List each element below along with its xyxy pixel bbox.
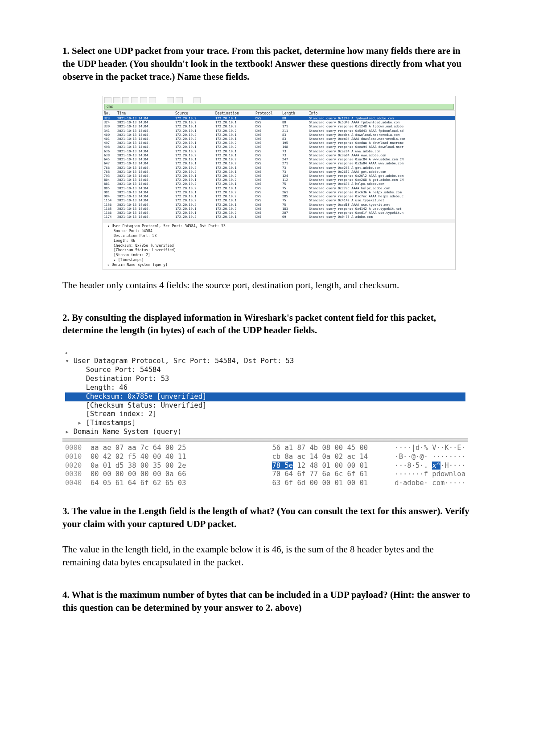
packet-details-pane[interactable]: ▾ User Datagram Protocol, Src Port: 5458… bbox=[103, 223, 455, 269]
detail-checksum: Checksum: 0x785e [unverified] bbox=[107, 244, 453, 249]
packet-row[interactable]: 4972021-10-13 14:04.172.20.10.1172.20.10… bbox=[103, 141, 455, 145]
packet-row[interactable]: 6472021-10-13 14:04.172.20.10.1172.20.10… bbox=[103, 161, 455, 165]
wireshark-screenshot-1: dns No. Time Source Destination Protocol… bbox=[103, 96, 456, 270]
detail-checksum-selected: Checksum: 0x785e [unverified] bbox=[86, 392, 207, 400]
detail-dns: Domain Name System (query) bbox=[74, 428, 182, 436]
toolbar-button[interactable] bbox=[113, 97, 120, 103]
detail-timestamps: [Timestamps] bbox=[118, 258, 144, 262]
packet-row[interactable]: 7662021-10-13 14:04.172.20.10.2172.20.10… bbox=[103, 166, 455, 170]
hex-row[interactable]: 00200a 01 d5 38 00 35 00 2e 78 5e 12 48 … bbox=[65, 462, 465, 470]
packet-row[interactable]: 11742021-10-13 14:04.172.20.10.2172.20.1… bbox=[103, 215, 455, 219]
detail-destination-port: Destination Port: 53 bbox=[86, 375, 169, 383]
detail-stream-index: [Stream index: 2] bbox=[107, 253, 453, 258]
packet-row[interactable]: 9842021-10-13 14:04.172.20.10.1172.20.10… bbox=[103, 194, 455, 198]
packet-list[interactable]: 3232021-10-13 14:04.172.20.10.2172.20.10… bbox=[103, 116, 455, 219]
packet-row[interactable]: 6362021-10-13 14:04.172.20.10.2172.20.10… bbox=[103, 149, 455, 153]
question-3: 3. The value in the Length field is the … bbox=[62, 505, 473, 531]
packet-row[interactable]: 6452021-10-13 14:04.172.20.10.1172.20.10… bbox=[103, 157, 455, 161]
packet-row[interactable]: 3412021-10-13 14:04.172.20.10.1172.20.10… bbox=[103, 129, 455, 133]
toolbar-button[interactable] bbox=[176, 97, 183, 103]
packet-row[interactable]: 8042021-10-13 14:04.172.20.10.1172.20.10… bbox=[103, 178, 455, 182]
packet-row[interactable]: 11662021-10-13 14:04.172.20.10.1172.20.1… bbox=[103, 211, 455, 215]
packet-row[interactable]: 7932021-10-13 14:04.172.20.10.1172.20.10… bbox=[103, 174, 455, 178]
toolbar-button[interactable] bbox=[122, 97, 129, 103]
detail-stream-index: [Stream index: 2] bbox=[86, 410, 157, 418]
packet-row[interactable]: 3242021-10-13 14:04.172.20.10.2172.20.10… bbox=[103, 120, 455, 124]
detail-length: Length: 46 bbox=[86, 384, 128, 392]
question-4: 4. What is the maximum number of bytes t… bbox=[62, 588, 473, 614]
tree-caret-icon[interactable]: ▸ bbox=[114, 258, 118, 262]
packet-row[interactable]: 11652021-10-13 14:04.172.20.10.1172.20.1… bbox=[103, 207, 455, 211]
packet-row[interactable]: 11542021-10-13 14:04.172.20.10.2172.20.1… bbox=[103, 198, 455, 202]
packet-row[interactable]: 4012021-10-13 14:04.172.20.10.2172.20.10… bbox=[103, 137, 455, 141]
hex-row[interactable]: 003000 00 00 00 00 00 0a 66 70 64 6f 77 … bbox=[65, 470, 465, 479]
detail-length: Length: 46 bbox=[107, 239, 453, 244]
detail-timestamps: [Timestamps] bbox=[86, 419, 136, 427]
packet-row[interactable]: 8812021-10-13 14:04.172.20.10.2172.20.10… bbox=[103, 182, 455, 186]
toolbar-button[interactable] bbox=[104, 97, 111, 103]
hex-row[interactable]: 001000 42 02 f5 40 00 40 11 cb 8a ac 14 … bbox=[65, 453, 465, 462]
udp-summary: User Datagram Protocol, Src Port: 54584,… bbox=[74, 357, 294, 365]
tree-caret-icon[interactable]: ▾ bbox=[65, 357, 74, 365]
toolbar-button[interactable] bbox=[140, 97, 147, 103]
horizontal-scrollbar[interactable] bbox=[103, 219, 455, 223]
display-filter-input[interactable]: dns bbox=[104, 104, 454, 110]
answer-3: The value in the length field, in the ex… bbox=[62, 543, 473, 569]
tree-caret-icon[interactable]: ▸ bbox=[107, 263, 112, 267]
packet-row[interactable]: 8852021-10-13 14:04.172.20.10.2172.20.10… bbox=[103, 186, 455, 190]
toolbar-button[interactable] bbox=[131, 97, 138, 103]
question-2: 2. By consulting the displayed informati… bbox=[62, 311, 473, 337]
detail-destination-port: Destination Port: 53 bbox=[107, 234, 453, 239]
answer-1: The header only contains 4 fields: the s… bbox=[62, 279, 473, 292]
tree-caret-icon[interactable]: ▸ bbox=[78, 419, 86, 427]
udp-summary: User Datagram Protocol, Src Port: 54584,… bbox=[112, 224, 226, 228]
toolbar-button[interactable] bbox=[193, 97, 201, 103]
packet-row[interactable]: 4002021-10-13 14:04.172.20.10.2172.20.10… bbox=[103, 133, 455, 137]
detail-source-port: Source Port: 54584 bbox=[107, 229, 453, 234]
scroll-left-icon[interactable]: ◂ bbox=[62, 349, 468, 356]
packet-row[interactable]: 6382021-10-13 14:04.172.20.10.2172.20.10… bbox=[103, 153, 455, 157]
detail-dns: Domain Name System (query) bbox=[112, 263, 168, 267]
packet-details-pane-2[interactable]: ▾ User Datagram Protocol, Src Port: 5458… bbox=[62, 356, 468, 438]
packet-list-columns: No. Time Source Destination Protocol Len… bbox=[103, 110, 455, 116]
packet-row[interactable]: 11562021-10-13 14:04.172.20.10.2172.20.1… bbox=[103, 203, 455, 207]
detail-checksum-status: [Checksum Status: Unverified] bbox=[86, 401, 207, 409]
tree-caret-icon[interactable]: ▸ bbox=[65, 428, 74, 436]
pane-divider[interactable] bbox=[62, 438, 468, 442]
toolbar-button[interactable] bbox=[149, 97, 156, 103]
detail-checksum-status: [Checksum Status: Unverified] bbox=[107, 248, 453, 253]
packet-row[interactable]: 9812021-10-13 14:04.172.20.10.1172.20.10… bbox=[103, 190, 455, 194]
detail-source-port: Source Port: 54584 bbox=[86, 366, 161, 374]
packet-row[interactable]: 3232021-10-13 14:04.172.20.10.2172.20.10… bbox=[103, 116, 455, 120]
question-1: 1. Select one UDP packet from your trace… bbox=[62, 45, 473, 83]
packet-bytes-pane[interactable]: 0000aa ae 07 aa 7c 64 00 25 56 a1 87 4b … bbox=[62, 442, 468, 490]
display-filter[interactable]: dns bbox=[103, 103, 455, 110]
ws-toolbar bbox=[103, 96, 455, 103]
hex-row[interactable]: 0000aa ae 07 aa 7c 64 00 25 56 a1 87 4b … bbox=[65, 444, 465, 453]
toolbar-button[interactable] bbox=[167, 97, 174, 103]
packet-row[interactable]: 4982021-10-13 14:04.172.20.10.1172.20.10… bbox=[103, 145, 455, 149]
packet-row[interactable]: 3392021-10-13 14:04.172.20.10.1172.20.10… bbox=[103, 124, 455, 128]
packet-row[interactable]: 7682021-10-13 14:04.172.20.10.2172.20.10… bbox=[103, 170, 455, 174]
wireshark-screenshot-2: ◂ ▾ User Datagram Protocol, Src Port: 54… bbox=[62, 349, 468, 490]
hex-row[interactable]: 004064 05 61 64 6f 62 65 03 63 6f 6d 00 … bbox=[65, 479, 465, 488]
tree-caret-icon[interactable]: ▾ bbox=[107, 224, 112, 228]
